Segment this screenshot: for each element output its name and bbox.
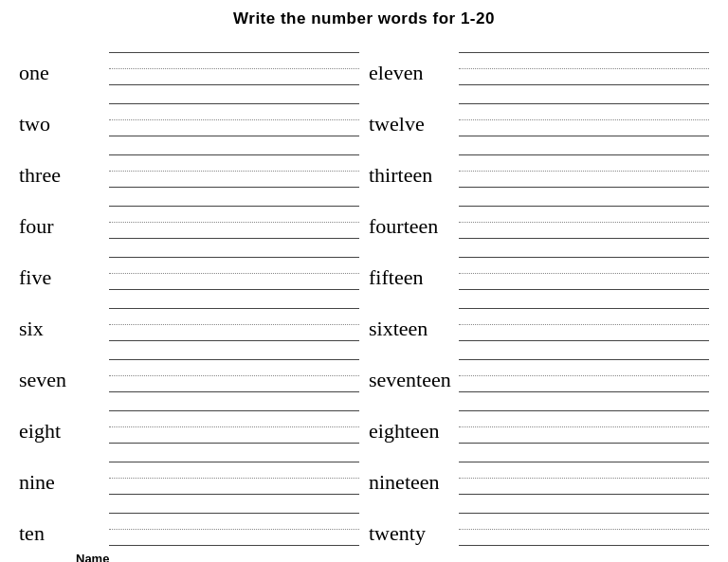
write-lines-two[interactable] [109,92,359,136]
word-row-fifteen: fifteen [369,241,709,290]
word-label-nine: nine [19,472,109,495]
word-label-eighteen: eighteen [369,421,459,444]
word-label-ten: ten [19,523,109,546]
word-label-five: five [19,267,109,290]
write-lines-eleven[interactable] [459,41,709,85]
write-lines-nineteen[interactable] [459,450,709,495]
word-row-four: four [19,190,359,239]
write-lines-nine[interactable] [109,450,359,495]
word-label-twenty: twenty [369,523,459,546]
word-label-nineteen: nineteen [369,472,459,495]
word-row-fourteen: fourteen [369,190,709,239]
word-row-eleven: eleven [369,36,709,85]
write-lines-fourteen[interactable] [459,194,709,239]
word-label-seventeen: seventeen [369,370,459,392]
word-label-seven: seven [19,370,109,392]
word-label-thirteen: thirteen [369,165,459,188]
word-row-nine: nine [19,445,359,495]
word-row-twelve: twelve [369,87,709,136]
word-label-eight: eight [19,421,109,444]
write-lines-fifteen[interactable] [459,245,709,290]
word-label-six: six [19,318,109,341]
word-row-twenty: twenty [369,497,709,546]
write-lines-sixteen[interactable] [459,297,709,341]
write-lines-seven[interactable] [109,348,359,392]
page-title: Write the number words for 1-20 [233,9,495,28]
word-label-four: four [19,216,109,239]
word-label-two: two [19,114,109,136]
write-lines-four[interactable] [109,194,359,239]
word-label-fourteen: fourteen [369,216,459,239]
write-lines-one[interactable] [109,41,359,85]
write-lines-twenty[interactable] [459,501,709,546]
word-row-seventeen: seventeen [369,343,709,392]
main-content: onetwothreefourfivesixseveneightnineten … [19,36,709,548]
word-label-three: three [19,165,109,188]
write-lines-eighteen[interactable] [459,399,709,444]
word-label-one: one [19,63,109,85]
write-lines-three[interactable] [109,143,359,188]
word-label-eleven: eleven [369,63,459,85]
word-row-five: five [19,241,359,290]
word-row-ten: ten [19,497,359,546]
footer: Name ✿Theideacubby.blogspot.com✿ [19,552,709,562]
left-column: onetwothreefourfivesixseveneightnineten [19,36,359,548]
word-label-sixteen: sixteen [369,318,459,341]
word-row-seven: seven [19,343,359,392]
word-row-nineteen: nineteen [369,445,709,495]
word-row-three: three [19,138,359,188]
word-row-two: two [19,87,359,136]
write-lines-thirteen[interactable] [459,143,709,188]
word-row-eight: eight [19,394,359,444]
write-lines-ten[interactable] [109,501,359,546]
name-line[interactable] [117,554,489,562]
right-column: eleventwelvethirteenfourteenfifteensixte… [369,36,709,548]
word-row-one: one [19,36,359,85]
word-row-six: six [19,292,359,341]
word-label-fifteen: fifteen [369,267,459,290]
name-row: Name [76,552,490,562]
word-row-sixteen: sixteen [369,292,709,341]
write-lines-six[interactable] [109,297,359,341]
write-lines-eight[interactable] [109,399,359,444]
word-row-eighteen: eighteen [369,394,709,444]
word-row-thirteen: thirteen [369,138,709,188]
name-label: Name [76,552,109,562]
write-lines-seventeen[interactable] [459,348,709,392]
write-lines-twelve[interactable] [459,92,709,136]
write-lines-five[interactable] [109,245,359,290]
word-label-twelve: twelve [369,114,459,136]
